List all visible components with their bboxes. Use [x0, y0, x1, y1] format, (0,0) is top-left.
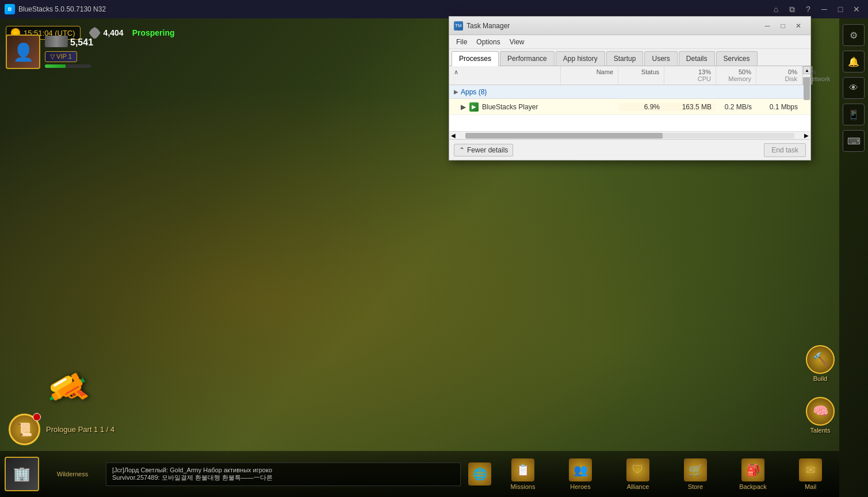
chat-line-1: [Jcr]Лорд Светлый: Gold_Army Набор актив… [112, 467, 454, 473]
end-task-button[interactable]: End task [764, 143, 806, 157]
weapon-icon [45, 36, 68, 47]
avatar-info: 5,541 ▽ VIP 1 [45, 36, 93, 68]
task-manager-app-icon: TM [454, 21, 463, 30]
sidebar-btn-5[interactable]: ⌨ [843, 130, 865, 152]
task-manager-bottom-bar: ⌃ Fewer details End task [449, 139, 810, 160]
tab-startup[interactable]: Startup [606, 51, 644, 66]
nav-mail[interactable]: ✉ Mail [782, 451, 839, 497]
missions-icon: 📋 [511, 458, 534, 481]
resource-display[interactable]: 4,404 Prospering [89, 27, 175, 39]
bluestacks-controls: ⌂ ⧉ ? ─ □ ✕ [769, 2, 863, 16]
build-icon: 🔨 [806, 345, 835, 374]
scroll-thumb[interactable] [804, 77, 810, 100]
menu-view[interactable]: View [505, 37, 529, 47]
heroes-icon: 👥 [569, 458, 592, 481]
col-header-disk[interactable]: 0% Disk [756, 66, 802, 85]
talents-icon: 🧠 [806, 397, 835, 426]
col-header-status[interactable]: Status [618, 66, 664, 85]
vertical-scrollbar[interactable]: ▲ ▼ [802, 66, 810, 85]
tm-close-btn[interactable]: ✕ [791, 20, 806, 32]
talents-button[interactable]: 🧠 Talents [806, 397, 835, 434]
nav-alliance[interactable]: 🛡 Alliance [609, 451, 667, 497]
hscroll-track [465, 133, 794, 139]
fewer-details-button[interactable]: ⌃ Fewer details [454, 144, 513, 156]
globe-icon: 🌐 [468, 462, 491, 485]
chat-line-2: Survivor.257489: 모바일결제 환불대행 환불특——一다른 [112, 473, 454, 482]
vip-badge: ▽ VIP 1 [45, 51, 77, 62]
home-icon[interactable]: ⌂ [769, 2, 783, 16]
alliance-icon: 🛡 [626, 458, 649, 481]
table-header: ∧ Name Status 13% CPU 50% Memory 0% Disk… [449, 66, 810, 85]
tab-services[interactable]: Services [716, 51, 758, 66]
expand-arrow-icon: ▶ [461, 103, 466, 111]
tab-performance[interactable]: Performance [500, 51, 555, 66]
bluestacks-process-icon: ▶ [469, 102, 479, 112]
bottom-bar: 🏢 Wilderness [Jcr]Лорд Светлый: Gold_Arm… [0, 451, 839, 497]
nav-backpack[interactable]: 🎒 Backpack [724, 451, 782, 497]
task-manager-titlebar: TM Task Manager ─ □ ✕ [449, 17, 810, 35]
task-manager-window-controls: ─ □ ✕ [760, 20, 806, 32]
task-manager-menubar: File Options View [449, 35, 810, 49]
hscroll-thumb[interactable] [465, 133, 663, 139]
process-disk-cell: 0.2 MB/s [716, 103, 756, 111]
process-network-cell: 0.1 Mbps [756, 103, 802, 111]
weapon-display: 5,541 [45, 36, 93, 49]
hscroll-left-btn[interactable]: ◀ [449, 132, 457, 139]
nav-wilderness[interactable]: Wilderness [44, 451, 101, 497]
col-header-sort-arrow[interactable]: ∧ [449, 66, 561, 85]
titlebar-close-btn[interactable]: ✕ [850, 2, 863, 16]
wilderness-icon: 🏢 [5, 457, 39, 491]
nav-globe[interactable]: 🌐 [465, 451, 494, 497]
nav-heroes[interactable]: 👥 Heroes [552, 451, 609, 497]
quest-text: Prologue Part 1 1 / 4 [46, 425, 114, 434]
hscroll-right-btn[interactable]: ▶ [802, 132, 810, 139]
table-row[interactable]: ▶ ▶ BlueStacks Player 6.9% 163.5 MB 0.2 … [449, 99, 810, 115]
right-sidebar: ⚙ 🔔 👁 📱 ⌨ [839, 18, 868, 497]
col-header-memory[interactable]: 50% Memory [716, 66, 756, 85]
nav-missions[interactable]: 📋 Missions [494, 451, 552, 497]
titlebar-help-icon[interactable]: ? [801, 2, 815, 16]
sidebar-btn-3[interactable]: 👁 [843, 77, 865, 99]
sidebar-btn-2[interactable]: 🔔 [843, 51, 865, 72]
process-memory-cell: 163.5 MB [664, 103, 716, 111]
avatar-face-icon: 👤 [13, 42, 34, 62]
store-icon: 🛒 [684, 458, 707, 481]
menu-options[interactable]: Options [472, 37, 504, 47]
tab-details[interactable]: Details [679, 51, 715, 66]
apps-group-label: ▶ Apps (8) [449, 88, 561, 96]
tm-minimize-btn[interactable]: ─ [760, 20, 775, 32]
col-header-cpu[interactable]: 13% CPU [664, 66, 716, 85]
tab-users[interactable]: Users [644, 51, 677, 66]
health-bar [45, 64, 91, 68]
group-expand-icon: ▶ [454, 89, 458, 95]
tab-processes[interactable]: Processes [452, 51, 499, 66]
bluestacks-logo: B [5, 4, 15, 14]
sidebar-btn-1[interactable]: ⚙ [843, 24, 865, 46]
quest-icon[interactable]: 📜 [9, 414, 40, 445]
tab-app-history[interactable]: App history [556, 51, 605, 66]
task-manager-tabs: Processes Performance App history Startu… [449, 49, 810, 66]
bluestacks-title: BlueStacks 5.0.50.7130 N32 [18, 5, 106, 13]
mail-icon: ✉ [799, 458, 822, 481]
backpack-icon: 🎒 [741, 458, 764, 481]
quest-marker[interactable]: 📜 Prologue Part 1 1 / 4 [9, 414, 114, 445]
process-name-cell: ▶ ▶ BlueStacks Player [449, 102, 561, 112]
table-content: ▶ Apps (8) ▶ ▶ BlueStacks Player 6.9% 16… [449, 85, 810, 131]
process-cpu-cell: 6.9% [618, 103, 664, 111]
horizontal-scrollbar[interactable]: ◀ ▶ [449, 131, 810, 139]
sidebar-btn-4[interactable]: 📱 [843, 104, 865, 125]
col-header-name[interactable]: Name [561, 66, 618, 85]
scroll-up-btn[interactable]: ▲ [803, 66, 811, 74]
titlebar-minimize-btn[interactable]: ─ [817, 2, 831, 16]
task-manager-window: TM Task Manager ─ □ ✕ File Options View … [449, 16, 811, 160]
chat-area: [Jcr]Лорд Светлый: Gold_Army Набор актив… [106, 462, 461, 486]
tm-maximize-btn[interactable]: □ [775, 20, 790, 32]
titlebar-maximize-btn[interactable]: □ [833, 2, 847, 16]
menu-file[interactable]: File [452, 37, 472, 47]
apps-group-row[interactable]: ▶ Apps (8) [449, 85, 810, 99]
avatar-block[interactable]: 👤 5,541 ▽ VIP 1 [6, 35, 93, 69]
task-manager-title: Task Manager [466, 22, 760, 30]
nav-store[interactable]: 🛒 Store [667, 451, 724, 497]
multi-window-icon[interactable]: ⧉ [785, 2, 799, 16]
build-button[interactable]: 🔨 Build [806, 345, 835, 382]
